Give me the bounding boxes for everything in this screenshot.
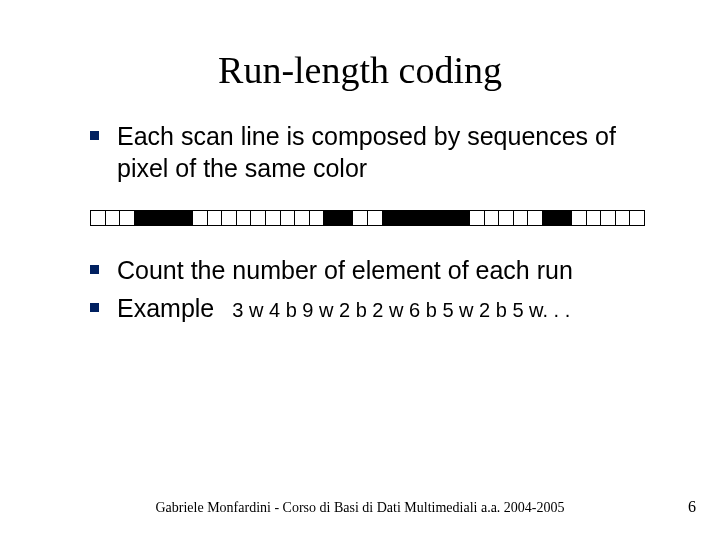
scanline-cell [281, 211, 296, 225]
scanline-cell [441, 211, 456, 225]
bullet-square-icon [90, 265, 99, 274]
page-number: 6 [688, 498, 696, 516]
example-line: Example 3 w 4 b 9 w 2 b 2 w 6 b 5 w 2 b … [117, 292, 660, 324]
scanline-cell [587, 211, 602, 225]
scanline-cell [543, 211, 558, 225]
scanline-cell [455, 211, 470, 225]
bullet-item: Count the number of element of each run [90, 254, 660, 286]
scanline-cell [208, 211, 223, 225]
bullet-square-icon [90, 131, 99, 140]
scanline-cell [251, 211, 266, 225]
example-code: 3 w 4 b 9 w 2 b 2 w 6 b 5 w 2 b 5 w. . . [232, 296, 570, 324]
scanline-cell [528, 211, 543, 225]
scanline-cell [601, 211, 616, 225]
slide-title: Run-length coding [0, 0, 720, 120]
scanline-cell [397, 211, 412, 225]
scanline-cell [149, 211, 164, 225]
bullet-text: Each scan line is composed by sequences … [117, 120, 660, 184]
scanline-cell [295, 211, 310, 225]
scanline-diagram [90, 210, 660, 226]
scanline-cell [572, 211, 587, 225]
scanline-cell [164, 211, 179, 225]
bullet-text: Count the number of element of each run [117, 254, 660, 286]
scanline-cell [485, 211, 500, 225]
scanline-cell [237, 211, 252, 225]
example-label: Example [117, 292, 214, 324]
scanline-row [90, 210, 645, 226]
scanline-cell [324, 211, 339, 225]
scanline-cell [310, 211, 325, 225]
scanline-cell [353, 211, 368, 225]
slide-footer: Gabriele Monfardini - Corso di Basi di D… [0, 500, 720, 516]
scanline-cell [193, 211, 208, 225]
scanline-cell [106, 211, 121, 225]
scanline-cell [470, 211, 485, 225]
scanline-cell [616, 211, 631, 225]
scanline-cell [266, 211, 281, 225]
scanline-cell [630, 211, 644, 225]
scanline-cell [514, 211, 529, 225]
scanline-cell [383, 211, 398, 225]
scanline-cell [178, 211, 193, 225]
scanline-cell [412, 211, 427, 225]
scanline-cell [368, 211, 383, 225]
bullet-square-icon [90, 303, 99, 312]
bullet-item: Example 3 w 4 b 9 w 2 b 2 w 6 b 5 w 2 b … [90, 292, 660, 324]
scanline-cell [222, 211, 237, 225]
scanline-cell [91, 211, 106, 225]
scanline-cell [120, 211, 135, 225]
slide-body: Each scan line is composed by sequences … [0, 120, 720, 324]
bullet-item: Each scan line is composed by sequences … [90, 120, 660, 184]
scanline-cell [558, 211, 573, 225]
scanline-cell [426, 211, 441, 225]
scanline-cell [135, 211, 150, 225]
scanline-cell [339, 211, 354, 225]
scanline-cell [499, 211, 514, 225]
